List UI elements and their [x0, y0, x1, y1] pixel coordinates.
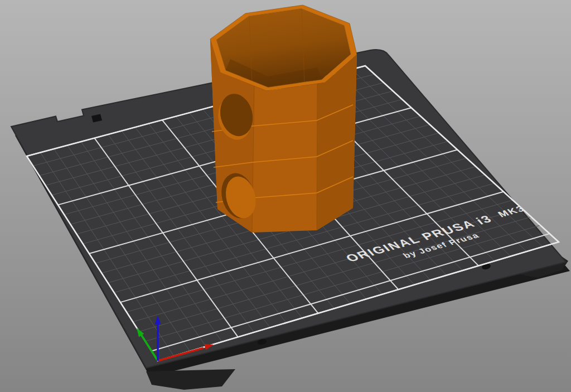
- viewport-3d[interactable]: ORIGINAL PRUSA i3 MK3 by Josef Prusa: [0, 0, 571, 392]
- model-octagonal-cup[interactable]: [210, 5, 357, 233]
